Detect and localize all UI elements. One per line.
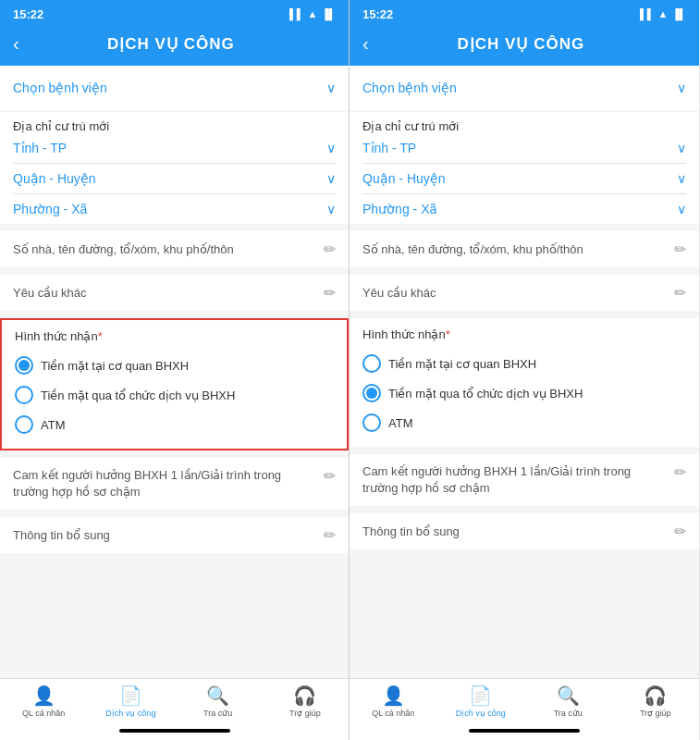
street-field[interactable]: Số nhà, tên đường, tổ/xóm, khu phố/thôn … xyxy=(350,231,699,267)
radio-option-0[interactable]: Tiền mặt tại cơ quan BHXH xyxy=(362,349,686,378)
thong-tin-section[interactable]: Thông tin bổ sung ✏ xyxy=(350,513,699,549)
battery-icon: ▐▌ xyxy=(321,8,336,19)
header-title: DỊCH VỤ CÔNG xyxy=(378,34,664,54)
hinh-thuc-section: Hình thức nhận*Tiền mặt tại cơ quan BHXH… xyxy=(350,318,699,447)
nav-item-1[interactable]: 📄 Dịch vụ công xyxy=(437,684,525,718)
chevron-down-icon: ∨ xyxy=(326,141,336,155)
content-area: Chọn bệnh viện ∨ Địa chỉ cư trú mới Tỉnh… xyxy=(350,66,699,678)
dropdown-label: Quận - Huyện xyxy=(362,171,446,186)
required-star: * xyxy=(446,327,450,341)
cam-ket-text: Cam kết người hưởng BHXH 1 lần/Giải trìn… xyxy=(362,463,667,497)
address-dropdown-0[interactable]: Tỉnh - TP ∨ xyxy=(362,133,686,164)
hospital-section: Chọn bệnh viện ∨ xyxy=(350,66,699,110)
hospital-label: Chọn bệnh viện xyxy=(13,80,107,95)
radio-option-1[interactable]: Tiền mặt qua tổ chức dịch vụ BHXH xyxy=(15,380,334,410)
phones-container: 15:22 ▌▌ ▲ ▐▌ ‹ DỊCH VỤ CÔNG Chọn bệnh v… xyxy=(0,0,700,740)
nav-item-3[interactable]: 🎧 Trợ giúp xyxy=(262,684,349,718)
bottom-nav: 👤 QL cá nhân 📄 Dịch vụ công 🔍 Tra cứu 🎧 … xyxy=(0,678,349,725)
edit-icon: ✏ xyxy=(674,284,686,302)
radio-option-label: ATM xyxy=(41,418,65,432)
yeu-cau-field[interactable]: Yêu cầu khác ✏ xyxy=(350,275,699,311)
address-dropdowns: Tỉnh - TP ∨ Quận - Huyện ∨ Phường - Xã ∨ xyxy=(0,133,349,224)
chevron-down-icon: ∨ xyxy=(677,141,686,155)
address-label: Địa chỉ cư trú mới xyxy=(0,112,349,133)
hinh-thuc-section: Hình thức nhận*Tiền mặt tại cơ quan BHXH… xyxy=(0,318,349,450)
radio-option-1[interactable]: Tiền mặt qua tổ chức dịch vụ BHXH xyxy=(362,378,686,408)
nav-item-1[interactable]: 📄 Dịch vụ công xyxy=(87,684,174,718)
nav-label: Trợ giúp xyxy=(640,709,671,718)
chevron-down-icon: ∨ xyxy=(677,202,686,216)
thong-tin-section[interactable]: Thông tin bổ sung ✏ xyxy=(0,517,349,553)
edit-icon: ✏ xyxy=(324,467,336,485)
hospital-dropdown[interactable]: Chọn bệnh viện ∨ xyxy=(362,73,686,103)
nav-icon: 🎧 xyxy=(293,684,316,707)
chevron-down-icon: ∨ xyxy=(326,202,336,216)
address-dropdown-2[interactable]: Phường - Xã ∨ xyxy=(362,194,686,224)
nav-icon: 📄 xyxy=(119,684,142,707)
back-button[interactable]: ‹ xyxy=(13,33,19,55)
dropdown-label: Phường - Xã xyxy=(362,202,436,216)
radio-option-label: ATM xyxy=(388,416,412,430)
home-indicator xyxy=(469,729,580,733)
hospital-section: Chọn bệnh viện ∨ xyxy=(0,66,349,110)
chevron-down-icon: ∨ xyxy=(326,80,336,95)
nav-icon: 👤 xyxy=(32,684,55,707)
nav-label: Trợ giúp xyxy=(289,709,321,718)
wifi-icon: ▲ xyxy=(308,8,318,19)
status-time: 15:22 xyxy=(13,7,43,21)
nav-label: QL cá nhân xyxy=(22,709,65,718)
radio-circle xyxy=(362,354,381,373)
yeu-cau-field[interactable]: Yêu cầu khác ✏ xyxy=(0,275,349,311)
nav-icon: 🔍 xyxy=(206,684,229,707)
street-label: Số nhà, tên đường, tổ/xóm, khu phố/thôn xyxy=(362,242,583,256)
edit-icon: ✏ xyxy=(674,463,686,481)
edit-icon: ✏ xyxy=(674,523,686,540)
street-field[interactable]: Số nhà, tên đường, tổ/xóm, khu phố/thôn … xyxy=(0,231,349,267)
address-label: Địa chỉ cư trú mới xyxy=(350,112,699,133)
home-indicator xyxy=(119,729,230,733)
nav-icon: 🔍 xyxy=(557,684,580,707)
radio-option-label: Tiền mặt tại cơ quan BHXH xyxy=(41,359,189,373)
hospital-dropdown[interactable]: Chọn bệnh viện ∨ xyxy=(13,73,336,103)
edit-icon: ✏ xyxy=(324,284,336,302)
nav-label: QL cá nhân xyxy=(372,709,414,718)
chevron-down-icon: ∨ xyxy=(677,80,686,95)
nav-item-0[interactable]: 👤 QL cá nhân xyxy=(350,684,437,718)
status-icons: ▌▌ ▲ ▐▌ xyxy=(289,8,336,19)
nav-label: Tra cứu xyxy=(203,709,232,718)
nav-label: Dịch vụ công xyxy=(105,709,155,718)
nav-item-2[interactable]: 🔍 Tra cứu xyxy=(524,684,612,718)
address-dropdown-2[interactable]: Phường - Xã ∨ xyxy=(13,194,336,224)
header: ‹ DỊCH VỤ CÔNG xyxy=(350,26,699,66)
phone-right: 15:22 ▌▌ ▲ ▐▌ ‹ DỊCH VỤ CÔNG Chọn bệnh v… xyxy=(350,0,699,740)
bottom-nav: 👤 QL cá nhân 📄 Dịch vụ công 🔍 Tra cứu 🎧 … xyxy=(350,678,699,725)
dropdown-label: Tỉnh - TP xyxy=(13,141,67,155)
address-dropdown-0[interactable]: Tỉnh - TP ∨ xyxy=(13,133,336,164)
radio-option-label: Tiền mặt tại cơ quan BHXH xyxy=(388,357,536,371)
radio-option-0[interactable]: Tiền mặt tại cơ quan BHXH xyxy=(15,351,334,380)
nav-item-0[interactable]: 👤 QL cá nhân xyxy=(0,684,87,718)
dropdown-label: Quận - Huyện xyxy=(13,171,96,186)
street-label: Số nhà, tên đường, tổ/xóm, khu phố/thôn xyxy=(13,242,234,256)
back-button[interactable]: ‹ xyxy=(362,33,369,55)
radio-circle xyxy=(362,384,381,402)
address-dropdown-1[interactable]: Quận - Huyện ∨ xyxy=(13,164,336,194)
hinh-thuc-label: Hình thức nhận* xyxy=(15,329,334,343)
radio-option-2[interactable]: ATM xyxy=(362,408,686,438)
address-dropdowns: Tỉnh - TP ∨ Quận - Huyện ∨ Phường - Xã ∨ xyxy=(350,133,699,224)
nav-item-2[interactable]: 🔍 Tra cứu xyxy=(175,684,262,718)
cam-ket-text: Cam kết người hưởng BHXH 1 lần/Giải trìn… xyxy=(13,467,316,500)
nav-label: Tra cứu xyxy=(554,709,583,718)
cam-ket-section[interactable]: Cam kết người hưởng BHXH 1 lần/Giải trìn… xyxy=(350,454,699,506)
radio-option-2[interactable]: ATM xyxy=(15,410,334,439)
thong-tin-label: Thông tin bổ sung xyxy=(362,524,460,538)
radio-option-label: Tiền mặt qua tổ chức dịch vụ BHXH xyxy=(388,387,583,401)
address-dropdown-1[interactable]: Quận - Huyện ∨ xyxy=(362,164,686,194)
wifi-icon: ▲ xyxy=(658,8,669,19)
address-section: Địa chỉ cư trú mới Tỉnh - TP ∨ Quận - Hu… xyxy=(0,112,349,224)
nav-item-3[interactable]: 🎧 Trợ giúp xyxy=(612,684,700,718)
cam-ket-section[interactable]: Cam kết người hưởng BHXH 1 lần/Giải trìn… xyxy=(0,458,349,510)
edit-icon: ✏ xyxy=(324,240,336,258)
yeu-cau-label: Yêu cầu khác xyxy=(362,286,436,300)
phone-left: 15:22 ▌▌ ▲ ▐▌ ‹ DỊCH VỤ CÔNG Chọn bệnh v… xyxy=(0,0,350,740)
